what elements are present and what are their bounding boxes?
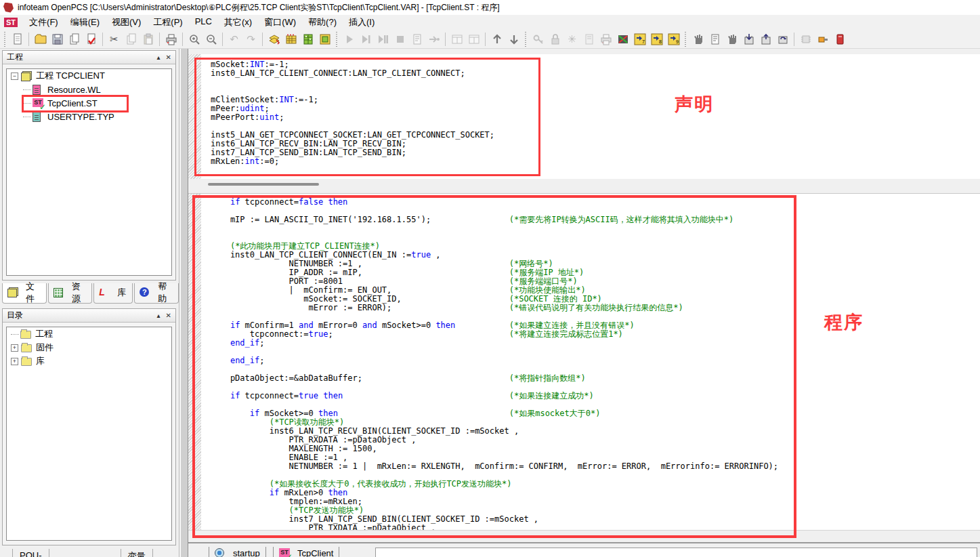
toolbar-grip[interactable] — [524, 32, 528, 47]
document-tab-bar: startupST✓TcpClient — [188, 542, 980, 557]
force-stop-2-button[interactable] — [723, 31, 740, 47]
chip-compare-button[interactable] — [774, 31, 791, 47]
document-tab-startup[interactable]: startup — [209, 547, 266, 557]
svg-text:9: 9 — [676, 39, 679, 44]
window-split-1-button[interactable] — [448, 31, 465, 47]
download-8-button[interactable]: 8 — [648, 31, 665, 47]
expand-box[interactable]: + — [11, 358, 18, 365]
zoom-in-button[interactable] — [186, 31, 203, 47]
print-button[interactable] — [163, 31, 179, 47]
save-all-button[interactable] — [66, 31, 83, 47]
print-resource-button[interactable] — [597, 31, 614, 47]
tree-item-工程[interactable]: 工程 — [7, 327, 171, 341]
code-line: if tcpconnect=false then — [211, 198, 778, 207]
copy-button[interactable] — [123, 31, 140, 47]
toolbar-grip[interactable] — [3, 32, 7, 47]
project-panel-collapse-button[interactable]: ▴ — [157, 54, 161, 61]
catalog-panel-collapse-button[interactable]: ▴ — [157, 312, 161, 319]
window-split-2-button[interactable] — [465, 31, 482, 47]
zoom-out-button[interactable] — [203, 31, 219, 47]
document-tab-TcpClient[interactable]: ST✓TcpClient — [273, 547, 339, 557]
paste-button[interactable] — [140, 31, 156, 47]
save-project-button[interactable] — [83, 31, 100, 47]
menu-帮助[interactable]: 帮助(?) — [302, 15, 343, 30]
watch-variables-button[interactable] — [614, 31, 631, 47]
run-to-cursor-button[interactable] — [425, 31, 442, 47]
toolbar-separator — [159, 33, 160, 46]
tree-item-库[interactable]: +库 — [7, 354, 171, 368]
move-down-button[interactable] — [505, 31, 522, 47]
step-over-button[interactable] — [375, 31, 391, 47]
tree-item-工程-TCPCLIENT[interactable]: −工程 TCPCLIENT — [7, 69, 171, 83]
bottom-tab-POU-[interactable]: POU- — [12, 549, 49, 557]
project-panel-title-bar: 工程 ▴ ✕ — [3, 51, 175, 64]
program-pane[interactable]: if tcpconnect=false then mIP := LAN_ASCI… — [188, 194, 980, 542]
tree-item-label: 固件 — [36, 342, 54, 354]
save-button[interactable] — [49, 31, 66, 47]
force-stop-button[interactable] — [689, 31, 706, 47]
tree-item-TcpClient.ST[interactable]: ST✓TcpClient.ST — [7, 96, 171, 110]
download-9-button[interactable]: 9 — [665, 31, 682, 47]
collapse-box[interactable]: − — [11, 73, 18, 80]
show-code-button[interactable] — [408, 31, 425, 47]
stop-program-button[interactable] — [391, 31, 408, 47]
program-hscroll-thumb[interactable] — [209, 535, 328, 538]
folder-icon — [21, 356, 33, 367]
menu-文件F[interactable]: 文件(F) — [23, 15, 64, 30]
open-project-button[interactable] — [32, 31, 49, 47]
menu-窗口W[interactable]: 窗口(W) — [258, 15, 302, 30]
declaration-hscrollbar[interactable] — [188, 179, 980, 194]
doc-properties-button[interactable] — [580, 31, 597, 47]
menu-编辑E[interactable]: 编辑(E) — [64, 15, 106, 30]
rebuild-project-button[interactable] — [282, 31, 299, 47]
project-panel-close-button[interactable]: ✕ — [166, 54, 171, 61]
connect-plug-button[interactable] — [814, 31, 831, 47]
sidebar-tab-文件[interactable]: 文件 — [2, 283, 47, 304]
menu-插入I[interactable]: 插入(I) — [343, 15, 381, 30]
download-7-button[interactable]: 7 — [631, 31, 648, 47]
program-hscrollbar[interactable] — [188, 530, 980, 542]
tree-item-Resource.WL[interactable]: Resource.WL — [7, 83, 171, 96]
catalog-panel-close-button[interactable]: ✕ — [166, 312, 171, 319]
undo-button[interactable]: ↶ — [226, 31, 242, 47]
declaration-code: mSocket:INT:=-1;inst0_LAN_TCP_CLIENT_CON… — [211, 60, 494, 166]
declaration-hscroll-thumb[interactable] — [208, 183, 319, 186]
declaration-pane[interactable]: mSocket:INT:=-1;inst0_LAN_TCP_CLIENT_CON… — [188, 54, 980, 179]
sidebar-tab-资源[interactable]: 资源 — [48, 283, 93, 304]
move-up-button[interactable] — [488, 31, 505, 47]
chip-download-button[interactable] — [740, 31, 757, 47]
memory-card-button[interactable] — [831, 31, 848, 47]
lock-resource-button[interactable] — [547, 31, 563, 47]
start-program-button[interactable] — [341, 31, 358, 47]
sidebar-tab-帮助[interactable]: ?帮助 — [134, 283, 179, 304]
variable-list-button[interactable] — [706, 31, 723, 47]
svg-text:7: 7 — [642, 39, 645, 44]
settings-button[interactable]: ✳ — [563, 31, 580, 47]
menu-视图V[interactable]: 视图(V) — [106, 15, 147, 30]
new-document-button[interactable] — [9, 31, 26, 47]
toolbar-grip[interactable] — [684, 32, 687, 47]
menu-PLC[interactable]: PLC — [189, 15, 218, 30]
menu-工程P[interactable]: 工程(P) — [147, 15, 188, 30]
chip-status-button[interactable] — [797, 31, 814, 47]
build-active-resource-button[interactable] — [265, 31, 282, 47]
tree-item-USERTYPE.TYP[interactable]: USERTYPE.TYP — [7, 110, 171, 123]
tree-item-固件[interactable]: +固件 — [7, 341, 171, 354]
tree-item-label: USERTYPE.TYP — [47, 112, 114, 122]
document-tab-label: startup — [233, 548, 260, 557]
toolbar-grip[interactable] — [335, 32, 339, 47]
resource-properties-button[interactable] — [299, 31, 316, 47]
expand-box[interactable]: + — [11, 344, 18, 352]
code-line: tcpconnect:=true; (*将建立连接完成标志位置1*) — [211, 330, 778, 339]
startup-file-icon — [215, 548, 226, 557]
catalog-panel-title-bar: 目录 ▴ ✕ — [3, 309, 175, 323]
online-window-button[interactable] — [316, 31, 333, 47]
step-into-button[interactable] — [358, 31, 375, 47]
menu-其它x[interactable]: 其它(x) — [218, 15, 258, 30]
chip-upload-button[interactable] — [757, 31, 774, 47]
cut-button[interactable]: ✂ — [106, 31, 123, 47]
login-button[interactable] — [530, 31, 547, 47]
bottom-tab-变量[interactable]: 变量 — [121, 549, 153, 557]
sidebar-tab-库[interactable]: L库 — [93, 283, 133, 304]
redo-button[interactable]: ↷ — [242, 31, 259, 47]
